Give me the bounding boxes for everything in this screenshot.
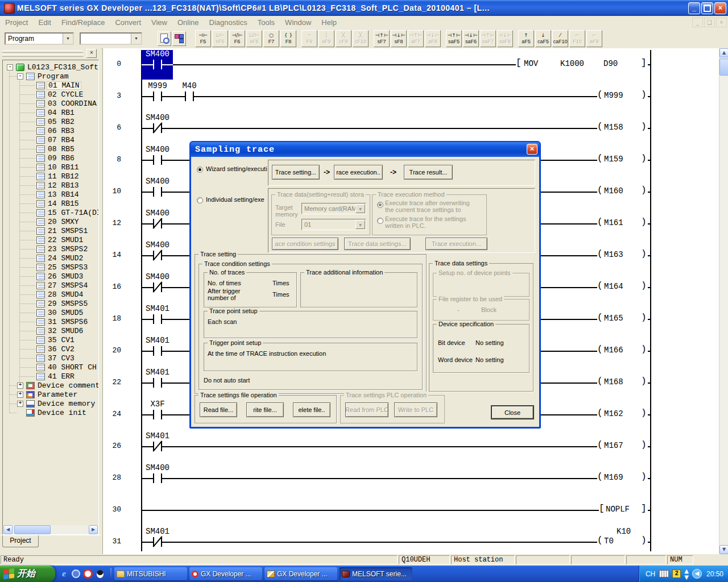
tree-item-selected[interactable]: 01 MAIN — [47, 81, 81, 90]
sidebar-close-icon[interactable]: × — [86, 49, 97, 58]
instruction-text[interactable]: NOPLF — [606, 505, 630, 514]
contact[interactable] — [161, 473, 162, 483]
tree-item[interactable]: 21 SMSPS1 — [47, 227, 89, 235]
tree-item[interactable]: 35 CV1 — [47, 336, 76, 344]
coil-label[interactable]: M169 — [604, 473, 623, 482]
tree-item[interactable]: 25 SMSPS3 — [47, 263, 89, 272]
tree-item[interactable]: L0123_FC318_Soft_ — [26, 63, 98, 72]
tree-item[interactable]: 10 RB11 — [47, 163, 80, 172]
contact[interactable] — [161, 282, 162, 292]
contact[interactable] — [161, 378, 162, 388]
tree-item[interactable]: 36 CV2 — [47, 345, 76, 354]
tab-project[interactable]: Project — [2, 535, 39, 547]
contact[interactable] — [161, 60, 162, 69]
tree-item[interactable]: 30 SMUD5 — [47, 309, 84, 317]
mdi-minimize-button[interactable]: _ — [692, 18, 703, 27]
internet-explorer-icon[interactable]: e — [59, 569, 69, 579]
editor-vertical-scrollbar[interactable]: ▲ ▼ — [719, 48, 728, 554]
instruction-text[interactable]: K1000 — [560, 59, 584, 68]
tree-item[interactable]: Program — [36, 72, 70, 81]
ladder-tool-F5-button[interactable]: ⊣⊢F5 — [195, 30, 211, 47]
tree-item[interactable]: 31 SMSPS6 — [47, 318, 89, 326]
project-tree-toggle-button[interactable] — [172, 31, 186, 46]
close-dialog-button[interactable]: Close — [491, 405, 534, 419]
minimize-button[interactable]: _ — [688, 2, 700, 14]
menu-help[interactable]: Help — [316, 17, 342, 28]
tree-item[interactable]: 03 COORDINA — [47, 99, 98, 108]
menu-project[interactable]: Project — [0, 17, 33, 28]
contact[interactable] — [161, 537, 162, 547]
contact[interactable] — [153, 378, 154, 388]
coil-label[interactable]: M164 — [604, 282, 623, 291]
dialog-close-icon[interactable]: × — [527, 144, 537, 155]
tree-item[interactable]: 26 SMUD3 — [47, 272, 84, 281]
contact[interactable] — [153, 314, 154, 324]
tree-item[interactable]: Device memory — [36, 400, 96, 408]
tree-item[interactable]: 06 RB3 — [47, 127, 76, 135]
menu-online[interactable]: Online — [172, 17, 204, 28]
ladder-tool-saF5-button[interactable]: ⊣↑⊢saF5 — [446, 30, 462, 47]
updown-arrows-icon[interactable]: ▲▼ — [684, 568, 689, 580]
coil-label[interactable]: M999 — [604, 91, 623, 100]
coil-label[interactable]: M159 — [604, 155, 623, 164]
scrollbar-thumb[interactable] — [719, 59, 728, 76]
coil-label[interactable]: M167 — [604, 441, 623, 450]
wizard-setting-radio[interactable] — [197, 167, 203, 173]
tree-item[interactable]: 29 SMSPS5 — [47, 300, 89, 308]
restore-button[interactable] — [701, 2, 713, 14]
taskbar-task-melsoftserie[interactable]: MELSOFT serie... — [340, 567, 412, 580]
ladder-tool-F8-button[interactable]: { }F8 — [280, 30, 296, 47]
contact[interactable] — [185, 92, 186, 101]
menu-edit[interactable]: Edit — [33, 17, 56, 28]
contact[interactable] — [161, 314, 162, 324]
contact[interactable] — [153, 92, 154, 101]
tree-item[interactable]: 20 SMXY — [47, 218, 80, 226]
contact[interactable] — [153, 410, 154, 419]
tree-item[interactable]: Device init — [36, 409, 88, 417]
taskbar-task-gxdeveloper[interactable]: GX Developer ... — [189, 567, 262, 580]
trace-execution-button[interactable]: race execution.. — [334, 165, 383, 180]
ladder-tool-caF10-button[interactable]: ⁄caF10 — [552, 30, 568, 47]
trace-setting-button[interactable]: Trace setting... — [272, 165, 320, 180]
ladder-tool-F7-button[interactable]: ○F7 — [263, 30, 279, 47]
contact[interactable] — [153, 60, 154, 69]
find-device-button[interactable] — [158, 31, 171, 46]
contact[interactable] — [161, 155, 162, 165]
contact[interactable] — [161, 346, 162, 356]
ladder-tool-aF5-button[interactable]: ↑aF5 — [518, 30, 534, 47]
tree-expander[interactable]: + — [17, 401, 23, 407]
menu-view[interactable]: View — [146, 17, 172, 28]
contact[interactable] — [161, 219, 162, 228]
menu-tools[interactable]: Tools — [253, 17, 280, 28]
contact[interactable] — [161, 410, 162, 419]
coil-label[interactable]: M163 — [604, 250, 623, 259]
tree-item[interactable]: 27 SMSPS4 — [47, 281, 89, 290]
write-file-button[interactable]: rite file... — [246, 402, 284, 417]
instruction-text[interactable]: D90 — [603, 59, 618, 68]
tree-expander[interactable]: + — [17, 392, 23, 398]
coil-label[interactable]: M162 — [604, 409, 623, 418]
tree-item[interactable]: 23 SMSPS2 — [47, 245, 89, 253]
contact[interactable] — [161, 251, 162, 260]
contact[interactable] — [161, 92, 162, 101]
tree-item[interactable]: 32 SMUD6 — [47, 327, 84, 335]
contact[interactable] — [153, 473, 154, 483]
tree-expander[interactable]: + — [17, 383, 23, 389]
tree-item[interactable]: 22 SMUD1 — [47, 236, 84, 244]
scrollbar-thumb[interactable] — [14, 525, 51, 534]
search-icon[interactable] — [71, 569, 81, 579]
qq-icon[interactable] — [95, 569, 105, 579]
data-name-combo[interactable]: ▼ — [80, 32, 142, 45]
hide-icons-icon[interactable]: ◀ — [692, 569, 702, 579]
tree-item[interactable]: 02 CYCLE — [47, 90, 84, 99]
scroll-right-icon[interactable]: ▶ — [89, 525, 98, 534]
ladder-tool-sF8-button[interactable]: ⊣↓⊢sF8 — [391, 30, 407, 47]
contact[interactable] — [161, 442, 162, 451]
ladder-tool-caF5-button[interactable]: ↓caF5 — [535, 30, 551, 47]
tree-item[interactable]: 11 RB12 — [47, 172, 80, 181]
read-file-button[interactable]: Read file... — [200, 402, 237, 417]
contact[interactable] — [193, 92, 194, 101]
opera-icon[interactable] — [83, 569, 93, 579]
mdi-restore-button[interactable]: ❑ — [704, 18, 715, 27]
contact[interactable] — [161, 123, 162, 133]
